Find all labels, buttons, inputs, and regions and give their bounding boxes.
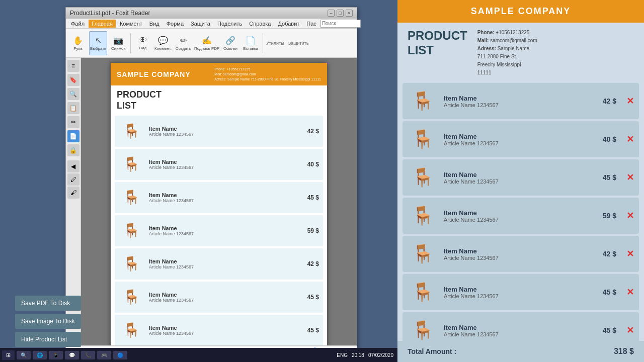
rp-item-name: Item Name — [444, 133, 597, 140]
sidebar-nav-icon[interactable]: ≡ — [67, 60, 79, 72]
rp-item-row: 🪑 Item Name Article Name 1234567 59 $ ✕ — [403, 198, 639, 234]
taskbar-item-misc[interactable]: 📞 — [81, 351, 95, 359]
rp-delete-button[interactable]: ✕ — [626, 210, 634, 221]
sidebar-list-icon[interactable]: 📄 — [67, 130, 79, 142]
menu-protect[interactable]: Защита — [188, 20, 213, 28]
close-button[interactable]: × — [346, 10, 353, 17]
rp-item-name: Item Name — [444, 171, 597, 178]
rp-item-price: 40 $ — [603, 135, 616, 143]
item-image: 🪑 — [119, 285, 144, 310]
rp-address: Adress: Sample Name711-2880 Fine St.Free… — [477, 45, 537, 77]
search-input[interactable] — [320, 20, 361, 28]
menu-view[interactable]: Вид — [146, 20, 163, 28]
menu-share[interactable]: Поделить — [214, 20, 245, 28]
menu-home[interactable]: Главная — [89, 20, 116, 28]
item-name: Item Name — [149, 159, 302, 165]
item-info: Item Name Article Name 1234567 — [149, 292, 302, 303]
tool-comment[interactable]: 💬 Коммент. — [154, 31, 172, 55]
toolbar: ✋ Рука ↖ Выбрать 📷 Снимок 👁 Вид 💬 Коммен… — [66, 29, 357, 58]
item-info: Item Name Article Name 1234567 — [149, 325, 302, 336]
rp-item-price: 42 $ — [603, 97, 616, 105]
save-image-button[interactable]: Save Image To Disk — [15, 314, 81, 329]
tray-lang: ENG — [337, 352, 348, 358]
rp-item-image: 🪑 — [408, 162, 438, 193]
item-price: 45 $ — [307, 194, 319, 201]
taskbar-item-app[interactable]: 🔵 — [113, 351, 127, 359]
item-image: 🪑 — [119, 251, 144, 277]
taskbar-item-chrome[interactable]: 🌐 — [33, 351, 47, 359]
sidebar-back-icon[interactable]: ◀ — [67, 160, 79, 172]
rp-item-article: Article Name 1234567 — [444, 331, 597, 337]
rp-item-price: 45 $ — [603, 288, 616, 296]
item-image: 🪑 — [119, 119, 144, 144]
title-bar: ProductList.pdf - Foxit Reader – □ × — [66, 8, 357, 19]
taskbar-item-unreal[interactable]: 🎮 — [97, 351, 111, 359]
menu-file[interactable]: Файл — [68, 20, 88, 28]
tool-links[interactable]: 🔗 Ссылки — [221, 31, 239, 55]
sidebar-search-icon[interactable]: 🔍 — [67, 88, 79, 100]
taskbar-item-explorer[interactable]: 🔍 — [17, 351, 31, 359]
rp-delete-button[interactable]: ✕ — [626, 96, 634, 107]
sidebar-pen-icon[interactable]: 🖊 — [67, 173, 79, 186]
sidebar-bookmark-icon[interactable]: 🔖 — [67, 74, 79, 86]
item-price: 40 $ — [307, 161, 319, 168]
tool-insert[interactable]: 📄 Вставка — [242, 31, 260, 55]
taskbar-item-calculator[interactable]: 📱 — [49, 351, 63, 359]
sidebar-lock-icon[interactable]: 🔒 — [67, 144, 79, 156]
document-area: SAMPLE COMPANY Phone: +10561213225 Mail:… — [81, 58, 357, 345]
tool-snapshot[interactable]: 📷 Снимок — [109, 31, 127, 55]
rp-delete-button[interactable]: ✕ — [626, 287, 634, 298]
sidebar-draw-icon[interactable]: ✏ — [67, 116, 79, 128]
taskbar-item-skype[interactable]: 💬 — [65, 351, 79, 359]
menu-search[interactable]: Пас — [303, 20, 319, 28]
insert-icon: 📄 — [246, 36, 256, 45]
tool-hand[interactable]: ✋ Рука — [69, 31, 87, 55]
rp-item-info: Item Name Article Name 1234567 — [444, 324, 597, 337]
pdf-item-row: 🪑 Item Name Article Name 1234567 40 $ — [115, 149, 323, 180]
pdf-product-title: PRODUCTLIST — [117, 89, 162, 111]
save-pdf-button[interactable]: Save PDF To Disk — [15, 296, 81, 311]
item-info: Item Name Article Name 1234567 — [149, 192, 302, 203]
action-buttons: Save PDF To Disk Save Image To Disk Hide… — [15, 296, 81, 347]
item-info: Item Name Article Name 1234567 — [149, 225, 302, 236]
item-price: 59 $ — [307, 227, 319, 234]
hand-icon: ✋ — [73, 36, 83, 45]
rp-item-info: Item Name Article Name 1234567 — [444, 133, 597, 146]
pdf-item-row: 🪑 Item Name Article Name 1234567 45 $ — [115, 182, 323, 213]
pdf-item-row: 🪑 Item Name Article Name 1234567 45 $ — [115, 282, 323, 313]
rp-item-info: Item Name Article Name 1234567 — [444, 209, 597, 223]
sidebar-layers-icon[interactable]: 📋 — [67, 102, 79, 114]
item-article: Article Name 1234567 — [149, 165, 302, 170]
item-info: Item Name Article Name 1234567 — [149, 258, 302, 269]
item-article: Article Name 1234567 — [149, 231, 302, 236]
rp-item-article: Article Name 1234567 — [444, 293, 597, 299]
hide-product-list-button[interactable]: Hide Product List — [15, 332, 81, 347]
restore-button[interactable]: □ — [337, 10, 344, 17]
tool-view[interactable]: 👁 Вид — [134, 31, 152, 55]
start-button[interactable]: ⊞ — [2, 350, 15, 360]
tool-create[interactable]: ✏ Создать — [174, 31, 192, 55]
item-info: Item Name Article Name 1234567 — [149, 159, 302, 170]
rp-item-row: 🪑 Item Name Article Name 1234567 45 $ ✕ — [403, 274, 639, 310]
rp-delete-button[interactable]: ✕ — [626, 248, 634, 259]
rp-item-price: 45 $ — [603, 173, 616, 182]
menu-help[interactable]: Справка — [246, 20, 274, 28]
minimize-button[interactable]: – — [328, 10, 335, 17]
snapshot-icon: 📷 — [113, 36, 123, 45]
rp-delete-button[interactable]: ✕ — [626, 134, 634, 145]
tool-select[interactable]: ↖ Выбрать — [89, 31, 107, 55]
rp-mail: Mail: samcom@gmail.com — [477, 37, 537, 45]
separator-2 — [263, 33, 263, 53]
menu-extra[interactable]: Добавит — [275, 20, 302, 28]
tool-sign[interactable]: ✍ Подпись PDF — [194, 31, 219, 55]
menu-form[interactable]: Форма — [164, 20, 187, 28]
menu-comment[interactable]: Коммент — [117, 20, 145, 28]
rp-delete-button[interactable]: ✕ — [626, 172, 634, 183]
rp-item-price: 42 $ — [603, 250, 616, 258]
sidebar-highlight-icon[interactable]: 🖌 — [67, 187, 79, 199]
rp-title-section: PRODUCTLIST Phone: +10561213225 Mail: sa… — [397, 23, 644, 83]
pdf-item-row: 🪑 Item Name Article Name 1234567 45 $ — [115, 315, 323, 345]
rp-item-row: 🪑 Item Name Article Name 1234567 42 $ ✕ — [403, 83, 639, 119]
rp-delete-button[interactable]: ✕ — [626, 325, 634, 336]
rp-item-name: Item Name — [444, 209, 597, 217]
